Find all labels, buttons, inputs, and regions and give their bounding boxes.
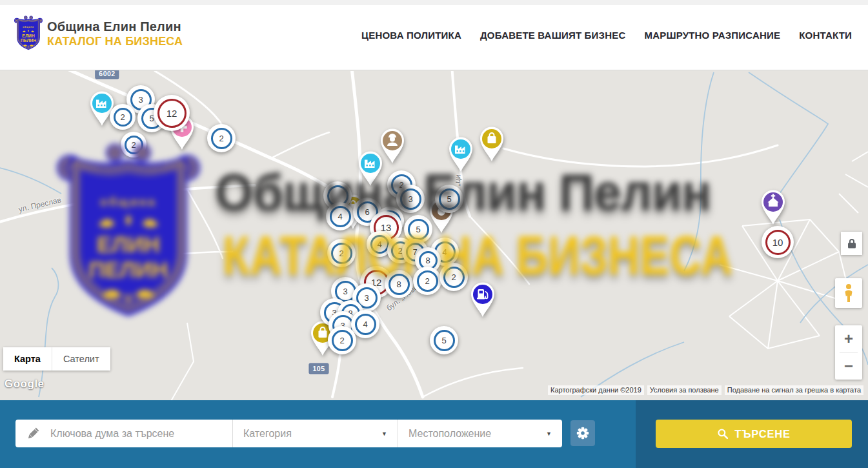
cluster-marker[interactable]: 2: [327, 239, 356, 267]
gear-icon: [576, 426, 590, 440]
category-pin-bag[interactable]: [477, 125, 507, 165]
street-view-button[interactable]: [835, 278, 862, 308]
brand-title: Община Елин Пелин: [47, 20, 183, 33]
cluster-count: 3: [400, 188, 421, 210]
cluster-marker[interactable]: 2: [207, 124, 236, 152]
business-catalog-page: община ЕЛИН ПЕЛИН: [0, 0, 868, 468]
location-select[interactable]: Местоположение ▼: [398, 420, 562, 447]
page-header: Община Елин Пелин КАТАЛОГ НА БИЗНЕСА ЦЕН…: [0, 0, 868, 70]
cluster-marker[interactable]: 8: [385, 270, 413, 298]
zoom-out-button[interactable]: −: [835, 353, 862, 380]
cluster-marker[interactable]: 2: [413, 267, 441, 295]
cluster-count: 10: [765, 230, 791, 255]
map-type-control: Карта Сателит: [3, 347, 110, 371]
municipality-crest-logo[interactable]: [14, 13, 43, 53]
category-pin-church[interactable]: [758, 188, 788, 229]
map-copyright: Картографски данни ©2019: [548, 385, 644, 395]
cluster-count: 5: [434, 330, 455, 351]
cluster-count: 8: [389, 274, 410, 295]
cluster-count: 4: [355, 314, 376, 335]
lock-icon: [846, 238, 858, 249]
cluster-count: 5: [439, 188, 460, 210]
street-name-label: „ци: [452, 174, 463, 186]
cluster-marker[interactable]: 4: [326, 202, 354, 230]
magnifier-icon: [717, 428, 729, 440]
advanced-settings-button[interactable]: [570, 420, 595, 446]
caret-down-icon: ▼: [381, 431, 387, 437]
main-navigation: ЦЕНОВА ПОЛИТИКА ДОБАВЕТЕ ВАШИЯТ БИЗНЕС М…: [361, 0, 852, 70]
search-bar: Категория ▼ Местоположение ▼: [15, 420, 562, 447]
category-pin-fuel[interactable]: [468, 281, 498, 321]
nav-contacts[interactable]: КОНТАКТИ: [799, 30, 852, 41]
cluster-marker[interactable]: 2: [328, 326, 356, 354]
brand-subtitle: КАТАЛОГ НА БИЗНЕСА: [47, 36, 183, 47]
cluster-count: 2: [211, 128, 232, 149]
shopping-bag-icon: [477, 125, 507, 163]
cluster-count: 5: [408, 219, 429, 240]
keyword-input[interactable]: [49, 427, 210, 440]
report-error-link[interactable]: Подаване на сигнал за грешка в картата: [725, 385, 863, 395]
fuel-pump-icon: [468, 281, 498, 318]
search-button-label: ТЪРСЕНЕ: [734, 428, 790, 440]
factory-icon: [356, 150, 385, 187]
cluster-count: 2: [417, 270, 438, 292]
cluster-count: 2: [331, 243, 352, 264]
lock-button[interactable]: [841, 232, 862, 255]
map-type-map-button[interactable]: Карта: [3, 347, 52, 371]
location-select-value: Местоположение: [409, 428, 491, 440]
cluster-marker[interactable]: 2: [439, 263, 468, 291]
cluster-marker[interactable]: 5: [435, 185, 463, 213]
cluster-marker[interactable]: 2: [121, 132, 146, 158]
search-panel: Категория ▼ Местоположение ▼: [0, 400, 868, 468]
pegman-icon: [843, 283, 854, 303]
cluster-count: 2: [114, 108, 132, 127]
keyword-field[interactable]: [15, 420, 232, 447]
terms-link[interactable]: Условия за ползване: [647, 385, 722, 395]
search-button[interactable]: ТЪРСЕНЕ: [656, 420, 852, 448]
google-logo[interactable]: Google: [5, 378, 45, 391]
cluster-count: 2: [125, 136, 143, 154]
pencil-icon: [26, 427, 40, 441]
cluster-marker[interactable]: 3: [396, 185, 425, 213]
cluster-marker[interactable]: 5: [430, 326, 458, 354]
caret-down-icon: ▼: [546, 431, 552, 437]
brand-block[interactable]: Община Елин Пелин КАТАЛОГ НА БИЗНЕСА: [47, 20, 183, 47]
nav-add-your-business[interactable]: ДОБАВЕТЕ ВАШИЯТ БИЗНЕС: [480, 30, 625, 41]
category-select-value: Категория: [243, 428, 292, 440]
cluster-count: 4: [370, 235, 389, 254]
cluster-marker[interactable]: 2: [110, 104, 136, 130]
category-select[interactable]: Категория ▼: [233, 420, 398, 447]
category-pin-factory[interactable]: [446, 136, 476, 176]
cluster-marker[interactable]: 4: [351, 310, 379, 338]
cluster-count: 12: [157, 99, 187, 128]
nav-route-schedule[interactable]: МАРШРУТНО РАЗПИСАНИЕ: [644, 30, 780, 41]
map-attribution: Картографски данни ©2019 Условия за полз…: [548, 385, 863, 395]
category-pin-factory[interactable]: [356, 150, 385, 190]
zoom-control: + −: [835, 325, 862, 380]
cluster-marker[interactable]: 12: [154, 95, 190, 131]
cluster-count: 2: [332, 330, 353, 351]
cluster-count: 2: [443, 267, 465, 288]
nav-pricing-policy[interactable]: ЦЕНОВА ПОЛИТИКА: [361, 30, 461, 41]
factory-icon: [446, 136, 476, 173]
map-type-satellite-button[interactable]: Сателит: [52, 347, 110, 371]
zoom-in-button[interactable]: +: [835, 325, 862, 352]
road-number-label: 105: [308, 363, 328, 374]
cluster-marker[interactable]: 10: [762, 226, 794, 258]
cluster-count: 4: [330, 206, 351, 227]
church-icon: [758, 188, 788, 226]
